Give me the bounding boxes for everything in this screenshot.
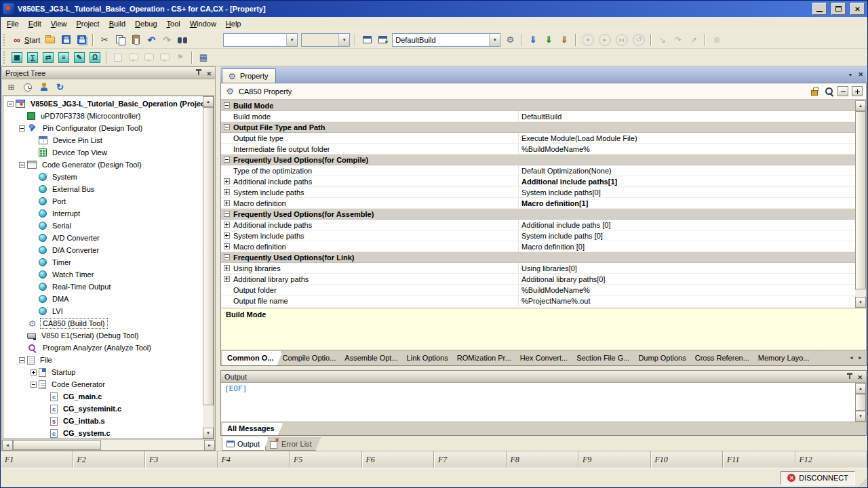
refresh-button[interactable]	[53, 81, 67, 94]
property-value[interactable]: DefaultBuild	[518, 111, 855, 121]
property-category-row[interactable]: Output File Type and Path	[221, 122, 855, 133]
tab-property[interactable]: Property	[222, 68, 276, 83]
collapse-all-button[interactable]	[837, 86, 848, 96]
tree-node[interactable]: D/A Converter	[3, 244, 203, 256]
property-tab-hex-convert[interactable]: Hex Convert...	[515, 351, 576, 365]
tree-node[interactable]: Code Generator (Design Tool)	[3, 159, 203, 171]
paste-button[interactable]	[128, 33, 143, 47]
watch-button[interactable]	[25, 50, 40, 65]
transfer-button[interactable]	[41, 50, 56, 65]
property-value[interactable]: Additional include paths[1]	[518, 176, 855, 186]
scroll-down-button[interactable]	[855, 297, 866, 308]
combo-dropdown-arrow-icon[interactable]	[286, 34, 297, 46]
tab-scroll-left-icon[interactable]	[848, 353, 855, 362]
tree-node[interactable]: A/D Converter	[3, 232, 203, 244]
open-project-button[interactable]	[43, 33, 58, 47]
find-in-files-button[interactable]	[175, 33, 190, 47]
property-label[interactable]: System include paths	[232, 232, 518, 240]
search-icon[interactable]	[823, 86, 834, 97]
menu-item-project[interactable]: Project	[71, 18, 104, 30]
category-collapse-box[interactable]	[224, 211, 230, 217]
tree-node[interactable]: Device Top View	[3, 146, 203, 159]
category-collapse-box[interactable]	[224, 102, 230, 108]
function-key-f4[interactable]: F4	[218, 451, 290, 468]
property-label[interactable]: Additional include paths	[232, 178, 518, 186]
tree-node[interactable]: Code Generator	[3, 378, 203, 390]
save-all-button[interactable]	[74, 33, 89, 47]
scroll-right-button[interactable]	[204, 440, 215, 451]
property-tab-common-o[interactable]: Common O...	[222, 351, 282, 365]
property-value[interactable]: Using libraries[0]	[518, 263, 855, 273]
scroll-down-button[interactable]	[855, 411, 866, 422]
build-window-button[interactable]	[359, 33, 374, 47]
tree-node[interactable]: CG_systeminit.c	[3, 403, 203, 415]
property-tab-link-options[interactable]: Link Options	[402, 351, 457, 365]
tree-node[interactable]: Startup	[3, 366, 203, 378]
menu-item-help[interactable]: Help	[221, 18, 246, 30]
property-expand-box[interactable]	[224, 265, 230, 271]
property-tab-assemble-opt[interactable]: Assemble Opt...	[340, 351, 406, 365]
tree-node[interactable]: Timer	[3, 256, 203, 268]
function-key-f12[interactable]: F12	[795, 451, 868, 468]
property-label[interactable]: Type of the optimization	[232, 167, 518, 175]
scroll-left-button[interactable]	[2, 440, 13, 451]
tree-node[interactable]: LVI	[3, 305, 203, 317]
list-button[interactable]	[56, 50, 71, 65]
panel-splitter[interactable]	[216, 66, 220, 451]
tree-expander-minus[interactable]	[19, 162, 25, 168]
tree-node[interactable]: Pin Configurator (Design Tool)	[3, 122, 203, 134]
property-label[interactable]: Using libraries	[232, 264, 518, 272]
rebuild-download-button[interactable]	[557, 33, 572, 47]
category-collapse-box[interactable]	[224, 157, 230, 163]
menu-item-tool[interactable]: Tool	[162, 18, 185, 30]
memory-button[interactable]	[9, 50, 24, 65]
tree-expander-minus[interactable]	[19, 125, 25, 131]
tree-node[interactable]: System	[3, 171, 203, 183]
tree-node[interactable]: V850ES_JG3-L_Tutorial_Basic_Operation (P…	[3, 98, 203, 110]
property-label[interactable]: System include paths	[232, 188, 518, 197]
chevron-down-icon[interactable]	[848, 70, 853, 78]
undo-button[interactable]	[144, 33, 159, 47]
scroll-up-button[interactable]	[855, 100, 866, 111]
save-button[interactable]	[58, 33, 73, 47]
scroll-thumb[interactable]	[855, 111, 866, 289]
property-tab-compile-optio[interactable]: Compile Optio...	[277, 351, 344, 365]
pin-icon[interactable]	[195, 69, 202, 77]
expand-nodes-button[interactable]	[4, 81, 18, 94]
scroll-track[interactable]	[855, 394, 866, 411]
tree-node[interactable]: Device Pin List	[3, 134, 203, 146]
property-label[interactable]: Output file type	[232, 134, 518, 142]
scroll-track[interactable]	[203, 107, 214, 428]
close-panel-icon[interactable]	[206, 69, 212, 77]
property-category-row[interactable]: Frequently Used Options(for Link)	[221, 252, 855, 263]
property-label[interactable]: Output file name	[232, 297, 518, 305]
tree-node[interactable]: Interrupt	[3, 207, 203, 220]
start-debug-button[interactable]: Start	[9, 33, 42, 47]
build-download-button[interactable]	[541, 33, 556, 47]
tree-node[interactable]: CG_main.c	[3, 390, 203, 403]
expand-all-button[interactable]	[852, 86, 863, 96]
user-button[interactable]	[37, 81, 51, 94]
property-grid-scrollbar[interactable]	[855, 100, 866, 308]
property-value[interactable]: %BuildModeName%	[518, 144, 855, 154]
scroll-thumb[interactable]	[855, 394, 866, 411]
trace-button[interactable]	[87, 50, 102, 65]
scroll-up-button[interactable]	[855, 383, 866, 394]
property-category-row[interactable]: Frequently Used Options(for Compile)	[221, 155, 855, 165]
toolbar-grip[interactable]	[3, 34, 6, 46]
maximize-button[interactable]	[831, 3, 846, 15]
find-button[interactable]	[191, 33, 205, 47]
property-value[interactable]: System include paths[0]	[518, 187, 855, 197]
close-panel-icon[interactable]	[857, 373, 863, 381]
function-key-f6[interactable]: F6	[362, 451, 435, 468]
menu-item-debug[interactable]: Debug	[130, 18, 161, 30]
property-value[interactable]: Macro definition [0]	[518, 241, 855, 251]
property-label[interactable]: Macro definition	[232, 243, 518, 251]
property-expand-box[interactable]	[224, 200, 230, 206]
tree-node[interactable]: File	[3, 354, 203, 366]
function-key-f5[interactable]: F5	[290, 451, 362, 468]
close-button[interactable]	[850, 3, 865, 15]
menu-item-edit[interactable]: Edit	[24, 18, 46, 30]
property-tab-memory-layo[interactable]: Memory Layo...	[753, 351, 818, 365]
property-tab-cross-referen[interactable]: Cross Referen...	[690, 351, 758, 365]
